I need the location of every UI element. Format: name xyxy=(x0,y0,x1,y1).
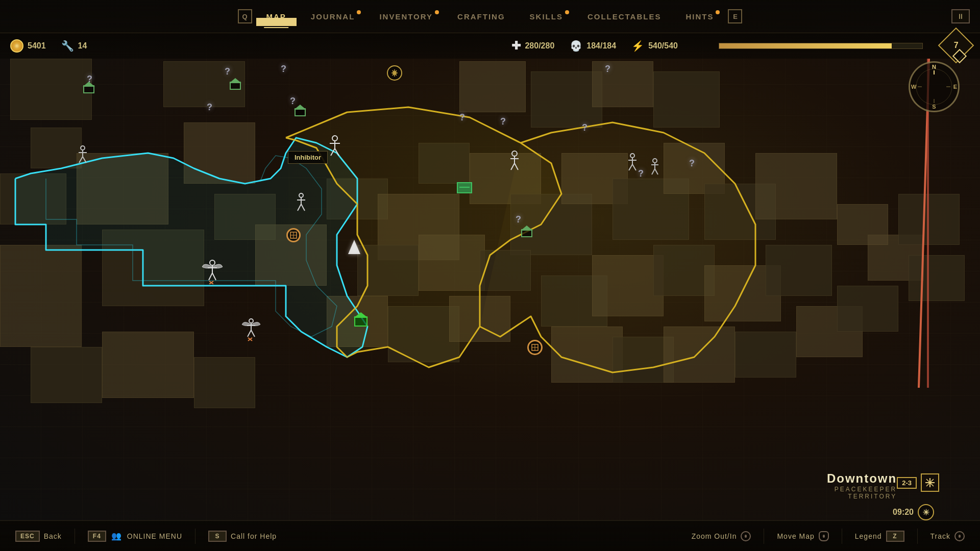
move-map-action[interactable]: Move Map xyxy=(777,531,828,541)
loot-marker[interactable] xyxy=(457,182,472,193)
safehouse-marker[interactable] xyxy=(295,102,306,116)
online-menu-label: ONLINE MENU xyxy=(127,532,182,540)
online-menu-action[interactable]: F4 👥 ONLINE MENU xyxy=(88,531,182,542)
call-help-label: Call for Help xyxy=(231,532,277,540)
svg-point-38 xyxy=(249,319,253,323)
building xyxy=(31,128,82,168)
immunity-value: 184/184 xyxy=(586,41,616,51)
q-key-button[interactable]: Q xyxy=(238,9,252,23)
tab-inventory[interactable]: INVENTORY xyxy=(369,8,443,25)
objective-marker[interactable] xyxy=(527,340,543,355)
active-safehouse-marker[interactable] xyxy=(354,309,368,327)
svg-point-26 xyxy=(653,159,657,163)
building xyxy=(102,332,194,398)
track-action[interactable]: Track xyxy=(930,531,965,541)
svg-point-11 xyxy=(512,151,517,156)
s-key[interactable]: S xyxy=(208,531,227,542)
scroll-icon xyxy=(741,531,751,541)
tab-crafting[interactable]: CRAFTING xyxy=(447,8,516,25)
svg-line-20 xyxy=(83,157,86,163)
enemy-marker[interactable] xyxy=(506,151,523,171)
bottom-bar: ESC Back F4 👥 ONLINE MENU S Call for Hel… xyxy=(0,520,980,551)
compass-east: E xyxy=(953,84,957,90)
unknown-marker[interactable]: ? xyxy=(689,158,695,169)
unknown-marker[interactable]: ? xyxy=(582,122,587,133)
compass-labels: N S W E xyxy=(910,63,958,111)
unknown-marker[interactable]: ? xyxy=(516,214,521,225)
back-action[interactable]: ESC Back xyxy=(15,531,62,542)
divider xyxy=(917,529,918,544)
svg-point-1 xyxy=(332,136,337,141)
health-icon: ✚ xyxy=(511,39,521,53)
tab-skills[interactable]: SKILLS xyxy=(520,8,573,25)
svg-line-35 xyxy=(212,273,216,280)
toolkit-icon: 🔧 xyxy=(61,40,74,52)
svg-line-19 xyxy=(79,157,83,163)
faction-icon xyxy=(921,473,939,492)
legend-action[interactable]: Legend Z xyxy=(855,531,904,542)
inhibitor-tooltip: Inhibitor xyxy=(288,151,328,164)
stamina-stat: ⚡ 540/540 xyxy=(631,40,678,52)
compass-west: W xyxy=(911,84,916,90)
special-enemy-marker[interactable] xyxy=(241,316,261,342)
building xyxy=(31,347,102,403)
unknown-marker[interactable]: ? xyxy=(281,64,286,74)
enemy-marker[interactable] xyxy=(293,193,309,212)
tab-collectables[interactable]: COLLECTABLES xyxy=(577,8,672,25)
building xyxy=(77,153,168,224)
clock: 09:20 ☀ xyxy=(893,504,934,520)
unknown-marker[interactable]: ? xyxy=(605,64,610,74)
immunity-stat: 💀 184/184 xyxy=(570,40,616,52)
building xyxy=(459,61,526,112)
stamina-value: 540/540 xyxy=(648,41,678,51)
building xyxy=(909,255,965,301)
unknown-marker[interactable]: ? xyxy=(207,102,212,113)
call-for-help-action[interactable]: S Call for Help xyxy=(208,531,277,542)
coin-value: 5401 xyxy=(28,41,46,51)
items-stat: 🔧 14 xyxy=(61,40,87,52)
f4-key[interactable]: F4 xyxy=(88,531,106,542)
stats-bar: 5401 🔧 14 ✚ 280/280 💀 184/184 ⚡ 540/540 xyxy=(0,33,980,59)
objective-marker[interactable] xyxy=(286,228,301,242)
enemy-marker[interactable] xyxy=(326,135,344,157)
tab-map[interactable]: MAP xyxy=(256,8,297,25)
building xyxy=(664,327,735,383)
map-background[interactable]: ? ? ? ? ? ? ? ? ? ? ? ? xyxy=(0,0,980,551)
unknown-marker[interactable]: ? xyxy=(500,116,506,127)
skull-icon: 💀 xyxy=(570,40,582,52)
divider xyxy=(842,529,842,544)
faction-marker[interactable] xyxy=(387,65,402,81)
building xyxy=(194,357,255,408)
tab-journal[interactable]: JOURNAL xyxy=(301,8,365,25)
enemy-marker[interactable] xyxy=(648,158,662,176)
location-info: 2-3 Downtown PEACEKEEPER TERRITORY xyxy=(825,471,939,500)
building xyxy=(357,245,419,296)
tab-hints[interactable]: HINTS xyxy=(675,8,724,25)
divider xyxy=(764,529,764,544)
enemy-marker[interactable] xyxy=(76,145,90,164)
zoom-label: Zoom Out/In xyxy=(692,532,737,540)
divider xyxy=(75,529,75,544)
z-key[interactable]: Z xyxy=(886,531,904,542)
safehouse-marker[interactable] xyxy=(230,76,241,90)
unknown-marker[interactable]: ? xyxy=(459,112,465,123)
pause-button[interactable]: ⏸ xyxy=(951,9,970,23)
e-key-button[interactable]: E xyxy=(728,9,742,23)
svg-line-42 xyxy=(251,330,255,337)
svg-line-34 xyxy=(209,273,212,280)
safehouse-marker[interactable] xyxy=(83,79,94,93)
xp-fill xyxy=(719,43,892,48)
special-enemy-marker[interactable] xyxy=(201,258,224,284)
zoom-action[interactable]: Zoom Out/In xyxy=(692,531,751,541)
esc-key[interactable]: ESC xyxy=(15,531,40,542)
location-badge: 2-3 xyxy=(897,473,939,492)
svg-line-25 xyxy=(632,164,636,170)
enemy-marker[interactable] xyxy=(625,153,640,171)
bottom-right-actions: Zoom Out/In Move Map Legend Z Track xyxy=(692,529,965,544)
track-icon xyxy=(954,531,965,541)
safehouse-marker[interactable] xyxy=(521,223,532,237)
building xyxy=(837,286,898,332)
svg-line-30 xyxy=(655,169,658,174)
compass-south: S xyxy=(932,104,936,110)
track-label: Track xyxy=(930,532,950,540)
